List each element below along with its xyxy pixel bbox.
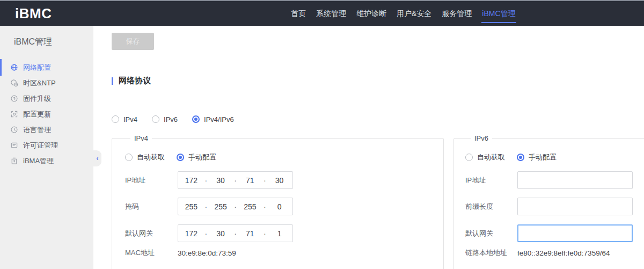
protocol-panels: IPv4 自动获取 手动配置 IP地址 172 · bbox=[112, 134, 644, 269]
link-local-label: 链路本地地址 bbox=[465, 248, 517, 258]
ipv6-prefix-label: 前缀长度 bbox=[465, 202, 517, 212]
ipv6-prefix-row: 前缀长度 bbox=[465, 198, 644, 215]
ip-octet-2[interactable]: 30 bbox=[208, 176, 234, 185]
upgrade-icon bbox=[10, 94, 18, 103]
ipv6-gateway-input[interactable] bbox=[517, 224, 633, 242]
sidebar-item-label: iBMA管理 bbox=[23, 156, 54, 166]
ipv4-manual-radio[interactable]: 手动配置 bbox=[177, 152, 216, 162]
ipv6-manual-radio[interactable]: 手动配置 bbox=[517, 152, 557, 162]
ipv4-mac-row: MAC地址 30:e9:8e:0d:73:59 bbox=[125, 248, 443, 258]
section-title-network-protocol: 网络协议 bbox=[112, 77, 644, 85]
sidebar-item-timezone-ntp[interactable]: 时区&NTP bbox=[0, 75, 93, 91]
section-title-text: 网络协议 bbox=[119, 76, 151, 86]
ipv6-ip-label: IP地址 bbox=[465, 176, 517, 185]
config-update-icon bbox=[10, 110, 18, 118]
license-icon bbox=[10, 141, 18, 149]
ip-octet-4[interactable]: 30 bbox=[266, 176, 292, 185]
mac-address-value: 30:e9:8e:0d:73:59 bbox=[178, 249, 236, 257]
ipv6-panel-legend: IPv6 bbox=[471, 134, 492, 142]
gateway-octet-4[interactable]: 1 bbox=[266, 229, 292, 238]
chevron-left-icon: ‹ bbox=[97, 155, 99, 162]
top-bar: iBMC 首页 系统管理 维护诊断 用户&安全 服务管理 iBMC管理 bbox=[0, 1, 644, 26]
network-icon bbox=[10, 63, 18, 71]
gateway-octet-3[interactable]: 71 bbox=[237, 229, 264, 238]
sidebar-item-label: 网络配置 bbox=[23, 63, 51, 72]
radio-label: 自动获取 bbox=[137, 152, 165, 162]
ipv4-ip-label: IP地址 bbox=[125, 176, 178, 185]
sidebar-item-label: 语言管理 bbox=[23, 125, 51, 135]
radio-label: 手动配置 bbox=[188, 152, 216, 162]
sidebar-item-firmware-upgrade[interactable]: 固件升级 bbox=[0, 91, 93, 106]
sidebar-item-label: 配置更新 bbox=[23, 110, 51, 119]
radio-circle-unchecked[interactable] bbox=[125, 154, 133, 161]
radio-circle-unchecked[interactable] bbox=[152, 115, 159, 123]
ipv4-mask-label: 掩码 bbox=[125, 202, 178, 212]
top-navigation: 首页 系统管理 维护诊断 用户&安全 服务管理 iBMC管理 bbox=[290, 1, 517, 26]
radio-label: IPv4/IPv6 bbox=[204, 115, 234, 123]
ipv4-gateway-label: 默认网关 bbox=[125, 229, 178, 238]
mask-octet-4[interactable]: 0 bbox=[266, 202, 292, 211]
ipv6-gateway-label: 默认网关 bbox=[465, 229, 517, 238]
radio-ipv4[interactable]: IPv4 bbox=[112, 115, 137, 123]
ipv4-gateway-input[interactable]: 172 · 30 · 71 · 1 bbox=[178, 224, 293, 242]
ipv4-auto-radio[interactable]: 自动获取 bbox=[125, 152, 165, 162]
ipv4-mask-input[interactable]: 255 · 255 · 255 · 0 bbox=[178, 198, 293, 215]
radio-ipv6[interactable]: IPv6 bbox=[152, 115, 178, 123]
radio-label: 自动获取 bbox=[477, 152, 505, 162]
radio-circle-checked[interactable] bbox=[177, 154, 184, 161]
radio-ipv4-ipv6[interactable]: IPv4/IPv6 bbox=[192, 115, 234, 123]
ipv4-ip-input[interactable]: 172 · 30 · 71 · 30 bbox=[178, 171, 293, 189]
sidebar-menu: 网络配置 时区&NTP 固件升级 bbox=[0, 60, 93, 169]
ipv6-mode-radio-group: 自动获取 手动配置 bbox=[465, 153, 644, 162]
radio-circle-unchecked[interactable] bbox=[112, 115, 119, 123]
timezone-clock-icon bbox=[10, 79, 18, 87]
ipv6-auto-radio[interactable]: 自动获取 bbox=[465, 152, 505, 162]
nav-ibmc-management[interactable]: iBMC管理 bbox=[481, 1, 516, 26]
main-content: 保存 网络协议 IPv4 IPv6 IPv4/IPv6 IPv4 bbox=[93, 26, 644, 269]
sidebar: iBMC管理 网络配置 时区&NTP bbox=[0, 26, 93, 269]
ipv4-gateway-row: 默认网关 172 · 30 · 71 · 1 bbox=[125, 224, 443, 242]
ipv4-panel: IPv4 自动获取 手动配置 IP地址 172 · bbox=[112, 134, 444, 269]
ip-octet-3[interactable]: 71 bbox=[237, 176, 264, 185]
mask-octet-3[interactable]: 255 bbox=[237, 202, 264, 211]
sidebar-item-label: 时区&NTP bbox=[23, 78, 56, 88]
radio-label: 手动配置 bbox=[529, 152, 557, 162]
mask-octet-2[interactable]: 255 bbox=[208, 202, 234, 211]
radio-label: IPv6 bbox=[164, 115, 178, 123]
ipv4-mask-row: 掩码 255 · 255 · 255 · 0 bbox=[125, 198, 443, 215]
ibmc-logo: iBMC bbox=[15, 5, 52, 22]
ip-octet-1[interactable]: 172 bbox=[178, 176, 204, 185]
ipv6-ip-input[interactable] bbox=[517, 171, 633, 189]
ipv6-panel: IPv6 自动获取 手动配置 IP地址 前缀长度 bbox=[453, 134, 644, 269]
sidebar-item-language-management[interactable]: 语言管理 bbox=[0, 122, 93, 137]
radio-label: IPv4 bbox=[123, 115, 137, 123]
nav-maintenance-diagnosis[interactable]: 维护诊断 bbox=[355, 1, 387, 26]
radio-circle-unchecked[interactable] bbox=[465, 154, 473, 161]
nav-service-management[interactable]: 服务管理 bbox=[441, 1, 473, 26]
nav-home[interactable]: 首页 bbox=[290, 1, 307, 26]
ipv4-ip-row: IP地址 172 · 30 · 71 · 30 bbox=[125, 171, 443, 189]
save-button[interactable]: 保存 bbox=[112, 33, 154, 50]
gateway-octet-2[interactable]: 30 bbox=[208, 229, 234, 238]
ipv4-mode-radio-group: 自动获取 手动配置 bbox=[125, 153, 443, 162]
nav-user-security[interactable]: 用户&安全 bbox=[396, 1, 433, 26]
sidebar-item-config-update[interactable]: 配置更新 bbox=[0, 106, 93, 122]
sidebar-item-network-config[interactable]: 网络配置 bbox=[0, 60, 93, 75]
ipv6-ip-row: IP地址 bbox=[465, 171, 644, 189]
nav-system-management[interactable]: 系统管理 bbox=[315, 1, 347, 26]
package-icon bbox=[10, 157, 18, 165]
ipv4-panel-legend: IPv4 bbox=[130, 134, 152, 142]
title-accent-bar bbox=[112, 77, 113, 85]
mask-octet-1[interactable]: 255 bbox=[178, 202, 204, 211]
radio-circle-checked[interactable] bbox=[192, 115, 200, 123]
sidebar-item-ibma-management[interactable]: iBMA管理 bbox=[0, 153, 93, 169]
language-icon bbox=[10, 126, 18, 134]
radio-circle-checked[interactable] bbox=[517, 154, 524, 161]
sidebar-item-license-management[interactable]: 许可证管理 bbox=[0, 137, 93, 153]
sidebar-collapse-button[interactable]: ‹ bbox=[93, 150, 101, 166]
gateway-octet-1[interactable]: 172 bbox=[178, 229, 204, 238]
ipv6-gateway-row: 默认网关 bbox=[465, 224, 644, 242]
sidebar-item-label: 固件升级 bbox=[23, 94, 51, 104]
ipv6-prefix-input[interactable] bbox=[517, 198, 633, 215]
protocol-radio-group: IPv4 IPv6 IPv4/IPv6 bbox=[112, 115, 644, 123]
